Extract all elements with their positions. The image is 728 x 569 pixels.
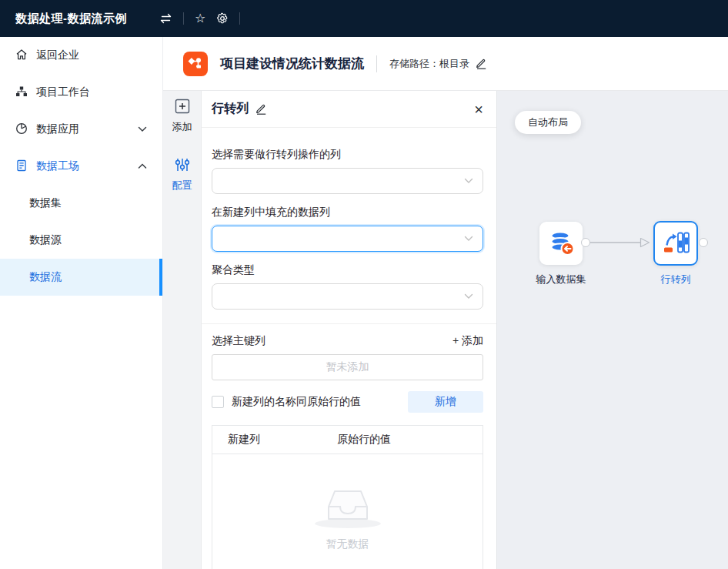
- dataset-input-icon: [546, 228, 576, 259]
- sidebar-subitem-dataflows[interactable]: 数据流: [0, 259, 162, 296]
- output-port[interactable]: [581, 238, 590, 247]
- swap-icon[interactable]: [159, 13, 172, 24]
- table-header-row: 新建列 原始行的值: [212, 426, 483, 454]
- primary-key-label: 选择主键列: [212, 334, 265, 348]
- sliders-icon: [175, 157, 190, 175]
- data-factory-icon: [15, 159, 28, 174]
- config-node-button[interactable]: 配置: [172, 157, 192, 192]
- panel-body: 选择需要做行转列操作的列 在新建列中填充的数据列 聚合类型 选择主键列 + 添加: [202, 148, 496, 569]
- sidebar-item-data-apps[interactable]: 数据应用: [0, 111, 162, 148]
- chevron-down-icon: [138, 126, 147, 132]
- sidebar-item-back-to-enterprise[interactable]: 返回企业: [0, 37, 162, 74]
- primary-key-empty-text: 暂未添加: [326, 360, 369, 374]
- chevron-up-icon: [138, 163, 147, 169]
- field-label: 在新建列中填充的数据列: [212, 206, 483, 219]
- flow-canvas[interactable]: 自动布局: [496, 91, 728, 569]
- chevron-down-icon: [464, 293, 473, 300]
- home-icon: [15, 49, 28, 63]
- aggregation-type-select[interactable]: [212, 283, 483, 310]
- sidebar: 返回企业 项目工作台 数据应用 数据工场 数据集 数据源 数据流: [0, 37, 163, 569]
- chevron-down-icon: [464, 178, 473, 184]
- config-label: 配置: [172, 179, 192, 192]
- section-divider: [202, 323, 496, 324]
- dataflow-app-icon: [183, 52, 208, 76]
- topbar-divider: [239, 12, 240, 25]
- workbench-icon: [15, 85, 28, 100]
- chevron-down-icon: [464, 236, 473, 242]
- sidebar-item-data-factory[interactable]: 数据工场: [0, 148, 162, 185]
- table-header-new-column: 新建列: [212, 433, 337, 447]
- sidebar-item-label: 数据应用: [36, 122, 79, 136]
- sidebar-item-label: 数据工场: [36, 159, 79, 173]
- edit-node-name-icon[interactable]: [255, 103, 267, 115]
- primary-key-empty-box: 暂未添加: [212, 354, 483, 380]
- add-node-button[interactable]: 添加: [172, 99, 192, 134]
- checkbox-label: 新建列的名称同原始行的值: [232, 395, 361, 409]
- same-name-checkbox[interactable]: [212, 396, 224, 408]
- mapping-table: 新建列 原始行的值 暂无数据: [212, 425, 483, 569]
- node-pivot-rows-to-columns[interactable]: [653, 221, 698, 266]
- node-input-dataset[interactable]: [539, 222, 583, 265]
- sidebar-item-project-workbench[interactable]: 项目工作台: [0, 74, 162, 111]
- edge-arrowhead-icon: [640, 237, 650, 248]
- tool-strip: 添加 配置: [163, 91, 202, 569]
- checkbox-row: 新建列的名称同原始行的值 新增: [212, 391, 483, 413]
- pivot-column-select[interactable]: [212, 168, 483, 194]
- main-header: 项目建设情况统计数据流 存储路径：根目录: [163, 37, 728, 91]
- pie-chart-icon: [15, 122, 28, 137]
- edit-path-icon[interactable]: [476, 58, 487, 69]
- close-icon[interactable]: ×: [474, 102, 483, 117]
- sidebar-item-label: 返回企业: [36, 49, 79, 62]
- plus-square-icon: [175, 99, 190, 116]
- empty-tray-icon: [321, 485, 375, 530]
- header-divider: [376, 55, 377, 72]
- gear-icon[interactable]: [216, 12, 229, 25]
- sidebar-subitem-datasources[interactable]: 数据源: [0, 222, 162, 259]
- topbar-divider: [183, 12, 184, 25]
- field-label: 聚合类型: [212, 263, 483, 277]
- table-empty-text: 暂无数据: [326, 537, 369, 551]
- add-label: 添加: [172, 120, 192, 134]
- page-title: 项目建设情况统计数据流: [220, 55, 364, 72]
- auto-layout-button[interactable]: 自动布局: [515, 111, 581, 134]
- star-icon[interactable]: ☆: [195, 12, 205, 25]
- sidebar-subitem-label: 数据集: [29, 196, 62, 210]
- sidebar-subitem-datasets[interactable]: 数据集: [0, 185, 162, 222]
- sidebar-item-label: 项目工作台: [36, 85, 90, 99]
- storage-path-label: 存储路径：根目录: [389, 57, 469, 71]
- node-label: 行转列: [623, 273, 728, 286]
- sidebar-subitem-label: 数据源: [29, 233, 62, 247]
- edge-connector: [590, 242, 641, 243]
- field-label: 选择需要做行转列操作的列: [212, 148, 483, 162]
- node-label: 输入数据集: [509, 273, 613, 286]
- table-header-original-value: 原始行的值: [337, 433, 483, 447]
- output-port[interactable]: [699, 238, 708, 247]
- add-new-button[interactable]: 新增: [408, 391, 483, 413]
- fill-column-select[interactable]: [212, 226, 483, 252]
- primary-key-row: 选择主键列 + 添加: [212, 334, 483, 348]
- sidebar-subitem-label: 数据流: [29, 270, 62, 284]
- panel-header: 行转列 ×: [202, 91, 496, 128]
- topbar: 数据处理-数据流示例 ☆: [0, 0, 728, 37]
- panel-title: 行转列: [212, 101, 249, 117]
- topbar-icons: ☆: [159, 12, 240, 25]
- config-panel: 行转列 × 选择需要做行转列操作的列 在新建列中填充的数据列 聚合类型: [202, 91, 496, 569]
- app-title: 数据处理-数据流示例: [15, 12, 127, 26]
- table-empty-state: 暂无数据: [212, 454, 483, 569]
- add-primary-key-link[interactable]: + 添加: [452, 334, 483, 348]
- pivot-rows-to-columns-icon: [662, 229, 690, 259]
